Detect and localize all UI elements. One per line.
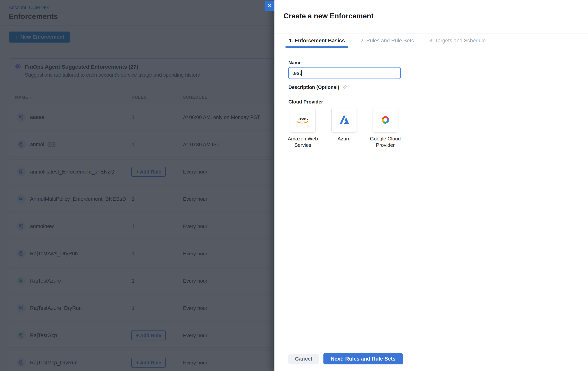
aws-card[interactable]: aws: [290, 108, 315, 132]
text-cursor: [301, 70, 302, 76]
provider-label-aws: Amazon Web Servies: [285, 136, 320, 148]
gcp-logo-icon: [380, 114, 391, 127]
azure-logo-icon: [338, 114, 350, 127]
provider-option-azure[interactable]: Azure: [331, 108, 357, 132]
svg-text:aws: aws: [298, 116, 308, 121]
drawer-title: Create a new Enforcement: [284, 12, 374, 20]
next-rules-button[interactable]: Next: Rules and Rule Sets: [324, 353, 403, 364]
wizard-tabs: 1. Enforcement Basics 2. Rules and Rule …: [285, 34, 489, 48]
provider-option-gcp[interactable]: Google Cloud Provider: [373, 108, 398, 132]
tab-enforcement-basics[interactable]: 1. Enforcement Basics: [285, 34, 348, 48]
cancel-button[interactable]: Cancel: [288, 354, 319, 364]
app-window: Account: CCM-NG Enforcements + New Enfor…: [0, 0, 588, 371]
edit-pencil-icon[interactable]: [342, 85, 347, 90]
create-enforcement-drawer: ✕ Create a new Enforcement 1. Enforcemen…: [274, 0, 588, 371]
gcp-card[interactable]: [373, 108, 398, 132]
provider-label-gcp: Google Cloud Provider: [368, 136, 403, 148]
tab-rules-and-rule-sets[interactable]: 2. Rules and Rule Sets: [357, 34, 417, 48]
close-icon[interactable]: ✕: [264, 0, 274, 11]
azure-card[interactable]: [331, 108, 357, 132]
name-label: Name: [288, 60, 302, 66]
tab-targets-and-schedule[interactable]: 3. Targets and Schedule: [426, 34, 489, 48]
name-input-value: test: [292, 70, 301, 76]
tabs-divider: [274, 48, 588, 48]
aws-logo-icon: aws: [295, 115, 310, 125]
cloud-provider-options: aws Amazon Web Servies: [290, 108, 398, 132]
cloud-provider-label: Cloud Provider: [288, 99, 323, 105]
provider-option-aws[interactable]: aws Amazon Web Servies: [290, 108, 315, 132]
drawer-footer: Cancel Next: Rules and Rule Sets: [288, 353, 403, 364]
description-label-row: Description (Optional): [288, 85, 347, 90]
description-label: Description (Optional): [288, 85, 339, 90]
drawer-header-divider: [274, 33, 588, 33]
provider-label-azure: Azure: [327, 136, 362, 142]
name-input[interactable]: test: [288, 67, 401, 79]
